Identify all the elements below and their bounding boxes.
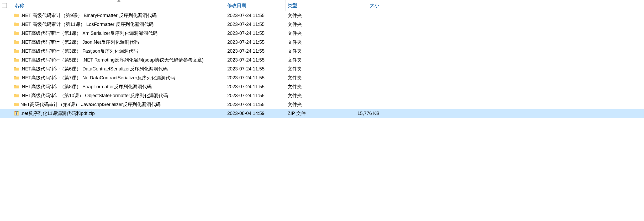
file-row[interactable]: .NET高级代码审计（第7课） NetDataContractSerialize… [0, 73, 644, 82]
row-icon-cell [13, 39, 20, 45]
row-icon-cell [13, 30, 20, 36]
file-date: 2023-07-24 11:55 [225, 22, 286, 27]
svg-rect-3 [16, 113, 17, 113]
row-icon-cell [13, 21, 20, 27]
file-row[interactable]: .NET高级代码审计（第10课） ObjectStateFormatter反序列… [0, 91, 644, 100]
column-header-name[interactable]: 名称 [13, 0, 225, 11]
zip-file-icon [14, 110, 19, 116]
select-all-checkbox[interactable] [2, 3, 7, 8]
row-icon-cell [13, 110, 20, 116]
folder-icon [14, 48, 19, 54]
folder-icon [14, 66, 19, 72]
file-type: 文件夹 [286, 84, 338, 90]
file-list-view: 名称 修改日期 类型 大小 .NET 高级代码审计（第9课） BinaryFor… [0, 0, 644, 118]
file-type: 文件夹 [286, 101, 338, 108]
file-type: 文件夹 [286, 21, 338, 27]
file-type: 文件夹 [286, 48, 338, 54]
row-icon-cell [13, 102, 20, 107]
column-header-name-label: 名称 [15, 2, 24, 9]
file-row[interactable]: .NET高级代码审计（第3课） Fastjson反序列化漏洞代码2023-07-… [0, 47, 644, 56]
file-type: 文件夹 [286, 92, 338, 99]
file-type: 文件夹 [286, 39, 338, 45]
file-date: 2023-07-24 11:55 [225, 102, 286, 107]
select-all-cell[interactable] [0, 3, 13, 8]
file-date: 2023-07-24 11:55 [225, 84, 286, 90]
column-header-size[interactable]: 大小 [338, 0, 385, 11]
svg-rect-2 [16, 112, 17, 113]
file-row[interactable]: NET高级代码审计（第4课） JavaScriptSerializer反序列化漏… [0, 100, 644, 109]
file-type: 文件夹 [286, 57, 338, 63]
row-icon-cell [13, 75, 20, 81]
file-row[interactable]: .NET 高级代码审计（第11课） LosFormatter 反序列化漏洞代码2… [0, 20, 644, 29]
file-name[interactable]: .NET高级代码审计（第6课） DataContractSerializer反序… [20, 66, 225, 72]
folder-icon [14, 93, 19, 98]
file-name[interactable]: .NET高级代码审计（第7课） NetDataContractSerialize… [20, 75, 225, 81]
svg-rect-5 [15, 111, 16, 112]
file-name[interactable]: .NET高级代码审计（第2课） Json.Net反序列化漏洞代码 [20, 39, 225, 45]
column-header-date-label: 修改日期 [227, 2, 246, 9]
file-name[interactable]: .NET高级代码审计（第5课） .NET Remoting反序列化漏洞(soap… [20, 57, 225, 63]
folder-icon [14, 39, 19, 45]
file-date: 2023-07-24 11:55 [225, 48, 286, 54]
file-row[interactable]: .NET 高级代码审计（第9课） BinaryFormatter 反序列化漏洞代… [0, 11, 644, 20]
folder-icon [14, 102, 19, 107]
folder-icon [14, 30, 19, 36]
file-date: 2023-07-24 11:55 [225, 66, 286, 72]
file-date: 2023-07-24 11:55 [225, 31, 286, 36]
file-date: 2023-07-24 11:55 [225, 57, 286, 63]
column-header-type-label: 类型 [288, 2, 297, 9]
file-date: 2023-07-24 11:55 [225, 75, 286, 81]
file-type: 文件夹 [286, 66, 338, 72]
row-icon-cell [13, 66, 20, 72]
svg-rect-6 [17, 111, 18, 112]
folder-icon [14, 84, 19, 90]
file-row[interactable]: .NET高级代码审计（第5课） .NET Remoting反序列化漏洞(soap… [0, 56, 644, 64]
file-date: 2023-07-24 11:55 [225, 40, 286, 45]
file-name[interactable]: .NET高级代码审计（第1课） XmlSerializer反序列化漏洞漏洞代码 [20, 30, 225, 36]
sort-ascending-icon [117, 0, 120, 2]
row-icon-cell [13, 48, 20, 54]
file-row[interactable]: .net反序列化11课漏洞代码和pdf.zip2023-08-04 14:59Z… [0, 109, 644, 118]
folder-icon [14, 21, 19, 27]
file-name[interactable]: .net反序列化11课漏洞代码和pdf.zip [20, 110, 225, 117]
file-row[interactable]: .NET高级代码审计（第6课） DataContractSerializer反序… [0, 64, 644, 73]
file-date: 2023-07-24 11:55 [225, 93, 286, 98]
row-icon-cell [13, 84, 20, 90]
file-type: 文件夹 [286, 30, 338, 36]
file-row[interactable]: .NET高级代码审计（第2课） Json.Net反序列化漏洞代码2023-07-… [0, 38, 644, 47]
file-name[interactable]: .NET高级代码审计（第3课） Fastjson反序列化漏洞代码 [20, 48, 225, 54]
column-header-row: 名称 修改日期 类型 大小 [0, 0, 644, 11]
row-icon-cell [13, 93, 20, 98]
column-header-date[interactable]: 修改日期 [225, 0, 286, 11]
file-row[interactable]: .NET高级代码审计（第1课） XmlSerializer反序列化漏洞漏洞代码2… [0, 29, 644, 38]
file-name[interactable]: NET高级代码审计（第4课） JavaScriptSerializer反序列化漏… [20, 101, 225, 108]
file-type: ZIP 文件 [286, 110, 338, 117]
file-type: 文件夹 [286, 75, 338, 81]
folder-icon [14, 75, 19, 81]
file-date: 2023-08-04 14:59 [225, 111, 286, 116]
file-name[interactable]: .NET高级代码审计（第8课） SoapFormatter反序列化漏洞代码 [20, 84, 225, 90]
svg-rect-4 [16, 114, 17, 114]
column-header-size-label: 大小 [370, 2, 379, 9]
folder-icon [14, 13, 19, 18]
file-name[interactable]: .NET高级代码审计（第10课） ObjectStateFormatter反序列… [20, 92, 225, 99]
file-rows-container: .NET 高级代码审计（第9课） BinaryFormatter 反序列化漏洞代… [0, 11, 644, 118]
file-row[interactable]: .NET高级代码审计（第8课） SoapFormatter反序列化漏洞代码202… [0, 82, 644, 91]
file-size: 15,776 KB [338, 111, 385, 116]
file-name[interactable]: .NET 高级代码审计（第11课） LosFormatter 反序列化漏洞代码 [20, 21, 225, 27]
column-header-type[interactable]: 类型 [286, 0, 338, 11]
file-date: 2023-07-24 11:55 [225, 13, 286, 18]
file-type: 文件夹 [286, 12, 338, 19]
row-icon-cell [13, 13, 20, 18]
file-name[interactable]: .NET 高级代码审计（第9课） BinaryFormatter 反序列化漏洞代… [20, 12, 225, 19]
row-icon-cell [13, 57, 20, 63]
folder-icon [14, 57, 19, 63]
